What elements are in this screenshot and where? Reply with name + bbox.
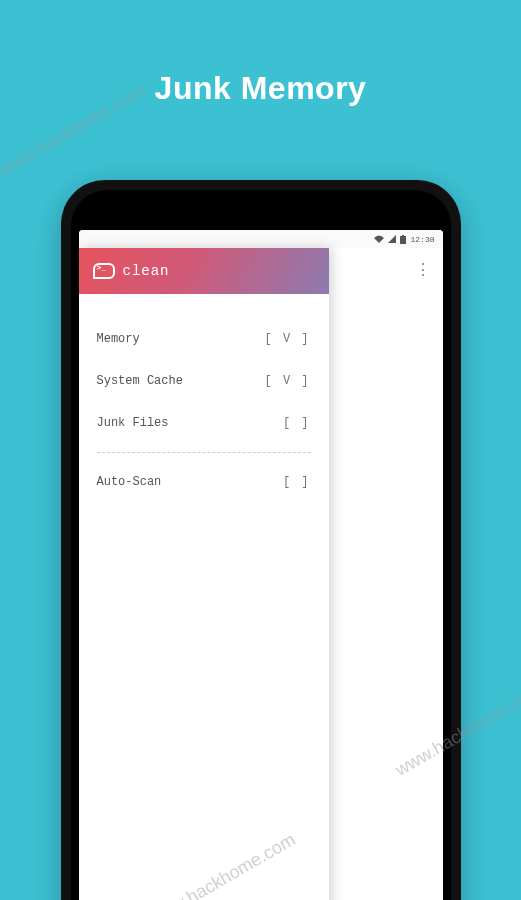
screen: 12:30 ⋮ |||||||||||| |||||||||||| e irec… bbox=[79, 230, 443, 900]
svg-rect-1 bbox=[402, 235, 404, 236]
checkbox-indicator: [ V ] bbox=[264, 374, 310, 388]
menu-item-junk-files[interactable]: Junk Files [ ] bbox=[97, 402, 311, 444]
menu-label: Memory bbox=[97, 332, 140, 346]
status-time: 12:30 bbox=[410, 235, 434, 244]
menu-divider bbox=[97, 452, 311, 453]
device-frame: 12:30 ⋮ |||||||||||| |||||||||||| e irec… bbox=[61, 180, 461, 900]
menu-item-auto-scan[interactable]: Auto-Scan [ ] bbox=[97, 461, 311, 503]
menu-label: System Cache bbox=[97, 374, 183, 388]
promo-title: Junk Memory bbox=[0, 0, 521, 107]
menu-item-system-cache[interactable]: System Cache [ V ] bbox=[97, 360, 311, 402]
menu-label: Auto-Scan bbox=[97, 475, 162, 489]
checkbox-indicator: [ V ] bbox=[264, 332, 310, 346]
navigation-drawer: clean Memory [ V ] System Cache [ V ] Ju… bbox=[79, 248, 329, 900]
app-logo-icon bbox=[93, 263, 115, 279]
battery-icon bbox=[400, 235, 406, 244]
checkbox-indicator: [ ] bbox=[283, 475, 311, 489]
menu-item-memory[interactable]: Memory [ V ] bbox=[97, 318, 311, 360]
app-title: clean bbox=[123, 263, 170, 279]
checkbox-indicator: [ ] bbox=[283, 416, 311, 430]
menu-label: Junk Files bbox=[97, 416, 169, 430]
overflow-menu-icon[interactable]: ⋮ bbox=[415, 263, 431, 279]
svg-rect-0 bbox=[400, 236, 406, 244]
signal-icon bbox=[388, 235, 396, 243]
status-bar: 12:30 bbox=[79, 230, 443, 248]
drawer-body: Memory [ V ] System Cache [ V ] Junk Fil… bbox=[79, 294, 329, 527]
drawer-header: clean bbox=[79, 248, 329, 294]
wifi-icon bbox=[374, 235, 384, 243]
